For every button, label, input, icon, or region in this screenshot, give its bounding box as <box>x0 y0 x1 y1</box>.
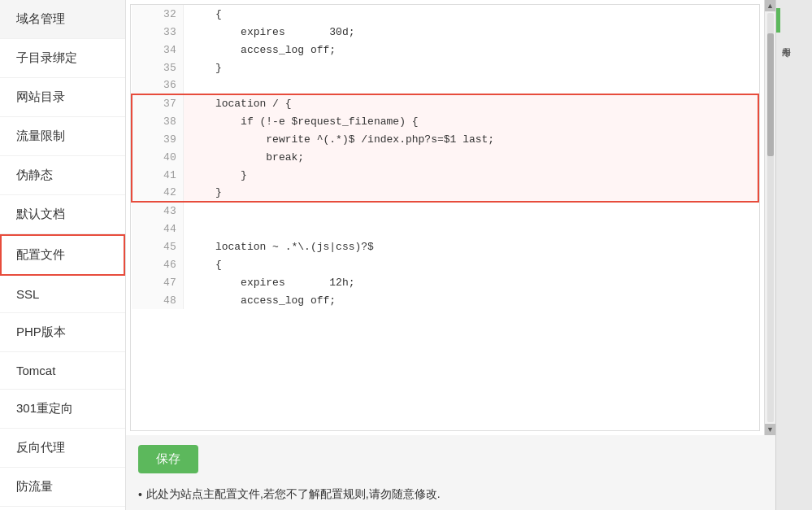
line-number: 35 <box>132 59 183 76</box>
code-scroll[interactable]: 32 {33 expires 30d;34 access_log off;35 … <box>131 5 759 430</box>
line-code: access_log off; <box>183 41 758 59</box>
sidebar-item-config[interactable]: 配置文件 <box>0 234 125 276</box>
line-number: 37 <box>132 94 183 112</box>
table-row: 47 expires 12h; <box>132 273 758 291</box>
vertical-scrollbar[interactable]: ▲ ▼ <box>764 0 775 435</box>
line-code <box>183 202 758 220</box>
line-code: { <box>183 255 758 273</box>
table-row: 36 <box>132 76 758 94</box>
line-code: } <box>183 184 758 202</box>
table-row: 35 } <box>132 59 758 76</box>
table-row: 46 { <box>132 255 758 273</box>
line-code <box>183 76 758 94</box>
save-button[interactable]: 保存 <box>138 445 198 473</box>
line-number: 43 <box>132 202 183 220</box>
scroll-up-arrow[interactable]: ▲ <box>765 0 776 11</box>
horizontal-scrollbar[interactable]: ◀ ◀ ▶ <box>131 430 759 431</box>
line-number: 47 <box>132 273 183 291</box>
code-editor: 32 {33 expires 30d;34 access_log off;35 … <box>126 0 775 435</box>
line-code: if (!-e $request_filename) { <box>183 112 758 130</box>
sidebar-item-default[interactable]: 默认文档 <box>0 195 125 234</box>
table-row: 44 <box>132 220 758 238</box>
table-row: 42 } <box>132 184 758 202</box>
main-content: 32 {33 expires 30d;34 access_log off;35 … <box>126 0 775 510</box>
code-table: 32 {33 expires 30d;34 access_log off;35 … <box>131 5 759 309</box>
sidebar-item-subdir[interactable]: 子目录绑定 <box>0 39 125 78</box>
line-number: 32 <box>132 5 183 23</box>
line-number: 33 <box>132 23 183 41</box>
line-number: 46 <box>132 255 183 273</box>
sidebar-item-domain[interactable]: 域名管理 <box>0 0 125 39</box>
line-code: } <box>183 166 758 184</box>
line-number: 40 <box>132 148 183 166</box>
sidebar-item-traffic[interactable]: 流量限制 <box>0 117 125 156</box>
line-code: location / { <box>183 94 758 112</box>
scroll-left-arrow2[interactable]: ◀ <box>144 431 155 432</box>
line-code: access_log off; <box>183 291 758 309</box>
line-code: } <box>183 59 758 76</box>
sidebar-item-pseudo[interactable]: 伪静态 <box>0 156 125 195</box>
line-number: 38 <box>132 112 183 130</box>
line-code: location ~ .*\.(js|css)?$ <box>183 238 758 255</box>
line-number: 39 <box>132 130 183 148</box>
table-row: 33 expires 30d; <box>132 23 758 41</box>
code-area[interactable]: 32 {33 expires 30d;34 access_log off;35 … <box>130 4 760 431</box>
info-area: • 此处为站点主配置文件,若您不了解配置规则,请勿随意修改. <box>126 483 775 510</box>
table-row: 48 access_log off; <box>132 291 758 309</box>
vertical-scroll-track[interactable] <box>767 13 774 422</box>
sidebar-item-redirect301[interactable]: 301重定向 <box>0 390 125 429</box>
green-accent-bar <box>776 8 780 33</box>
button-area: 保存 <box>126 435 775 483</box>
sidebar-item-ssl[interactable]: SSL <box>0 276 125 313</box>
right-panel: 向专用 <box>775 0 812 510</box>
bullet-point: • <box>138 488 142 501</box>
sidebar-item-sitedir[interactable]: 网站目录 <box>0 78 125 117</box>
vertical-scroll-thumb[interactable] <box>767 33 774 156</box>
line-number: 48 <box>132 291 183 309</box>
table-row: 40 break; <box>132 148 758 166</box>
scroll-right-arrow[interactable]: ▶ <box>746 431 758 432</box>
table-row: 34 access_log off; <box>132 41 758 59</box>
line-code: expires 12h; <box>183 273 758 291</box>
table-row: 45 location ~ .*\.(js|css)?$ <box>132 238 758 255</box>
sidebar-item-traffic2[interactable]: 防流量 <box>0 468 125 507</box>
sidebar-item-reverse[interactable]: 反向代理 <box>0 429 125 468</box>
line-number: 45 <box>132 238 183 255</box>
table-row: 38 if (!-e $request_filename) { <box>132 112 758 130</box>
line-number: 36 <box>132 76 183 94</box>
line-number: 41 <box>132 166 183 184</box>
table-row: 32 { <box>132 5 758 23</box>
sidebar: 域名管理 子目录绑定 网站目录 流量限制 伪静态 默认文档 配置文件 SSL P… <box>0 0 126 510</box>
table-row: 39 rewrite ^(.*)$ /index.php?s=$1 last; <box>132 130 758 148</box>
line-code: expires 30d; <box>183 23 758 41</box>
line-code: rewrite ^(.*)$ /index.php?s=$1 last; <box>183 130 758 148</box>
info-text: 此处为站点主配置文件,若您不了解配置规则,请勿随意修改. <box>146 487 441 502</box>
table-row: 43 <box>132 202 758 220</box>
table-row: 41 } <box>132 166 758 184</box>
line-code <box>183 220 758 238</box>
line-code: { <box>183 5 758 23</box>
right-hint-text: 向专用 <box>776 37 797 45</box>
line-code: break; <box>183 148 758 166</box>
line-number: 34 <box>132 41 183 59</box>
scroll-left-arrow[interactable]: ◀ <box>132 431 144 432</box>
line-number: 44 <box>132 220 183 238</box>
sidebar-item-tomcat[interactable]: Tomcat <box>0 352 125 390</box>
line-number: 42 <box>132 184 183 202</box>
sidebar-item-php[interactable]: PHP版本 <box>0 313 125 352</box>
table-row: 37 location / { <box>132 94 758 112</box>
scroll-down-arrow[interactable]: ▼ <box>765 424 776 435</box>
